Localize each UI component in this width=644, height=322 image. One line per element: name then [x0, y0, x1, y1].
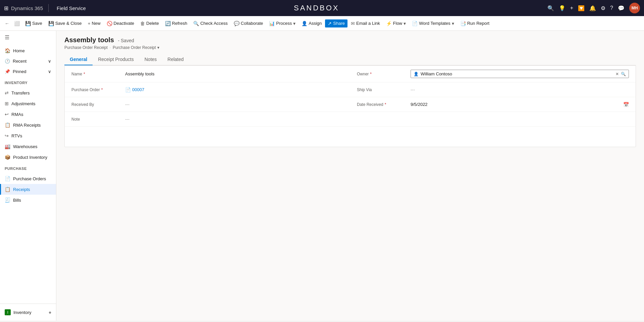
back-button[interactable]: ← [3, 19, 11, 27]
topbar-icons: 🔍 💡 + 🔽 🔔 ⚙ ? 💬 MH [547, 3, 640, 13]
breadcrumb-link-1[interactable]: Purchase Order Receipt [64, 45, 108, 50]
deactivate-button[interactable]: 🚫 Deactivate [104, 19, 137, 27]
sidebar-footer: I Inventory ⋄ [0, 304, 56, 321]
delete-icon: 🗑 [140, 21, 145, 26]
sidebar-item-recent[interactable]: 🕐 Recent ∨ [0, 56, 56, 66]
avatar[interactable]: MH [629, 3, 640, 13]
owner-person-icon: 👤 [414, 72, 419, 76]
collaborate-icon: 💬 [234, 21, 239, 26]
process-button[interactable]: 📊 Process ▾ [266, 19, 298, 27]
check-access-button[interactable]: 🔍 Check Access [191, 19, 230, 27]
sidebar-footer-inventory[interactable]: I Inventory ⋄ [0, 307, 56, 318]
main-layout: ☰ 🏠 Home 🕐 Recent ∨ 📌 Pinned ∨ [0, 31, 644, 321]
email-icon: ✉ [351, 21, 355, 26]
sidebar-item-home[interactable]: 🏠 Home [0, 45, 56, 56]
email-link-button[interactable]: ✉ Email a Link [348, 19, 383, 27]
sidebar-item-rtvs[interactable]: ↪ RTVs [0, 130, 56, 141]
record-header: Assembly tools - Saved [64, 36, 636, 44]
form-grid: Name * Assembly tools Owner * 👤 William … [65, 66, 636, 147]
name-required: * [84, 72, 85, 76]
calendar-icon[interactable]: 📅 [623, 102, 629, 107]
delete-button[interactable]: 🗑 Delete [138, 19, 162, 27]
sidebar-item-rma-receipts[interactable]: 📋 RMA Receipts [0, 120, 56, 130]
received-by-cell: Received By --- [65, 97, 350, 112]
breadcrumb-chevron-icon[interactable]: ▾ [157, 45, 159, 50]
sidebar-item-product-inventory[interactable]: 📦 Product Inventory [0, 152, 56, 163]
sidebar-item-warehouses[interactable]: 🏭 Warehouses [0, 141, 56, 152]
refresh-button[interactable]: 🔄 Refresh [162, 19, 190, 27]
breadcrumb-separator: · [110, 45, 111, 50]
collaborate-button[interactable]: 💬 Collaborate [231, 19, 266, 27]
date-field: 9/5/2022 📅 [411, 102, 629, 107]
owner-remove-icon[interactable]: ✕ [615, 72, 619, 76]
assign-button[interactable]: 👤 Assign [299, 19, 324, 27]
help-icon[interactable]: 💡 [559, 5, 566, 11]
sidebar-hamburger[interactable]: ☰ [0, 31, 56, 44]
save-close-button[interactable]: 💾 Save & Close [46, 19, 85, 27]
waffle-icon[interactable]: ⊞ [4, 5, 8, 11]
tab-receipt-products[interactable]: Receipt Products [93, 54, 139, 65]
po-icon: 📄 [125, 87, 131, 92]
word-templates-button[interactable]: 📄 Word Templates ▾ [409, 19, 457, 27]
purchase-orders-icon: 📄 [5, 176, 10, 181]
purchase-order-value[interactable]: 📄 00007 [125, 87, 343, 92]
sidebar-item-receipts[interactable]: 📋 Receipts [0, 184, 56, 195]
notification-icon[interactable]: 🔔 [589, 5, 596, 11]
restore-button[interactable]: ⬜ [12, 19, 22, 27]
date-received-value[interactable]: 9/5/2022 [411, 102, 621, 107]
filter-icon[interactable]: 🔽 [578, 5, 585, 11]
run-report-button[interactable]: 📑 Run Report [458, 19, 492, 27]
topbar-divider [48, 4, 49, 12]
purchase-group-label: Purchase [0, 164, 56, 172]
question-icon[interactable]: ? [610, 5, 613, 11]
receipts-icon: 📋 [5, 187, 10, 192]
owner-field[interactable]: 👤 William Contoso ✕ 🔍 [411, 70, 629, 78]
sidebar-item-rmas[interactable]: ↩ RMAs [0, 109, 56, 120]
sidebar: ☰ 🏠 Home 🕐 Recent ∨ 📌 Pinned ∨ [0, 31, 56, 321]
product-inventory-icon: 📦 [5, 154, 10, 160]
sidebar-item-transfers[interactable]: ⇄ Transfers [0, 87, 56, 98]
breadcrumb-current: Purchase Order Receipt ▾ [113, 45, 159, 50]
search-icon[interactable]: 🔍 [547, 5, 554, 11]
record-saved-status: - Saved [118, 38, 134, 43]
tab-notes[interactable]: Notes [139, 54, 162, 65]
sidebar-item-purchase-orders[interactable]: 📄 Purchase Orders [0, 173, 56, 184]
flow-button[interactable]: ⚡ Flow ▾ [383, 19, 409, 27]
add-icon[interactable]: + [570, 5, 573, 11]
received-by-label: Received By [71, 102, 125, 107]
tab-general[interactable]: General [64, 54, 93, 65]
share-button[interactable]: ↗ Share [325, 19, 347, 27]
rmas-icon: ↩ [5, 112, 9, 117]
content-area: Assembly tools - Saved Purchase Order Re… [56, 31, 644, 321]
form-card: Name * Assembly tools Owner * 👤 William … [64, 65, 636, 147]
process-icon: 📊 [269, 21, 275, 26]
ship-via-value[interactable]: --- [411, 87, 629, 92]
breadcrumb: Purchase Order Receipt · Purchase Order … [64, 45, 636, 50]
name-cell: Name * Assembly tools [65, 66, 350, 82]
save-close-icon: 💾 [48, 21, 54, 26]
new-button[interactable]: + New [85, 19, 103, 27]
footer-expand-icon: ⋄ [49, 310, 51, 315]
process-chevron-icon: ▾ [293, 21, 296, 26]
share-icon: ↗ [328, 21, 332, 26]
bills-icon: 🧾 [5, 197, 10, 203]
report-icon: 📑 [460, 21, 466, 26]
chat-icon[interactable]: 💬 [618, 5, 625, 11]
save-button[interactable]: 💾 Save [22, 19, 45, 27]
sidebar-item-adjustments[interactable]: ⊞ Adjustments [0, 98, 56, 109]
save-icon: 💾 [25, 21, 31, 26]
received-by-value[interactable]: --- [125, 102, 343, 107]
settings-icon[interactable]: ⚙ [601, 5, 605, 11]
sidebar-item-bills[interactable]: 🧾 Bills [0, 195, 56, 205]
record-title: Assembly tools [64, 36, 114, 44]
date-received-label: Date Received * [357, 102, 411, 107]
purchase-order-label: Purchase Order * [71, 87, 125, 92]
note-value[interactable]: --- [125, 117, 629, 122]
date-required: * [385, 102, 386, 107]
owner-search-icon[interactable]: 🔍 [621, 72, 626, 76]
name-value[interactable]: Assembly tools [125, 71, 343, 76]
recent-chevron-icon: ∨ [48, 59, 51, 64]
home-icon: 🏠 [5, 48, 10, 53]
tab-related[interactable]: Related [162, 54, 189, 65]
sidebar-item-pinned[interactable]: 📌 Pinned ∨ [0, 66, 56, 77]
